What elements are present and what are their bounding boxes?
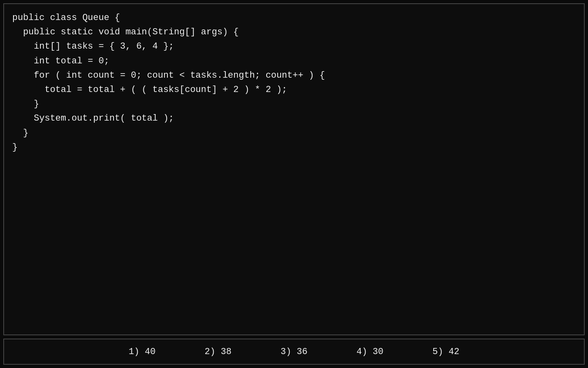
answer-bar: 1) 40 2) 38 3) 36 4) 30 5) 42 xyxy=(3,339,585,365)
answer-option-2[interactable]: 2) 38 xyxy=(180,347,256,357)
code-area: public class Queue { public static void … xyxy=(3,3,585,335)
code-block: public class Queue { public static void … xyxy=(12,11,576,155)
answer-option-3[interactable]: 3) 36 xyxy=(256,347,332,357)
answer-option-1[interactable]: 1) 40 xyxy=(104,347,180,357)
answer-option-5[interactable]: 5) 42 xyxy=(408,347,484,357)
answer-option-4[interactable]: 4) 30 xyxy=(332,347,408,357)
